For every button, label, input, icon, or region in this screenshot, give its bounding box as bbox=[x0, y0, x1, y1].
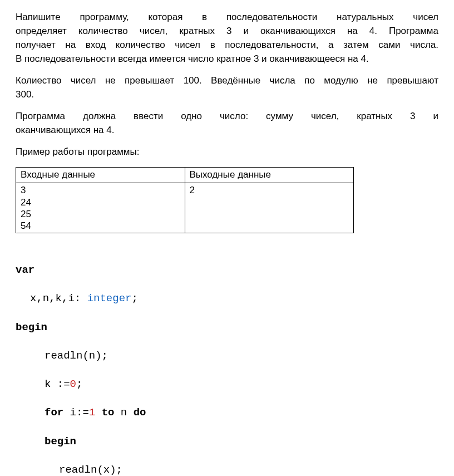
example-table: Входные данные Выходные данные 3 24 25 5… bbox=[16, 167, 354, 233]
header-output: Выходные данные bbox=[185, 168, 354, 183]
input-data: 3 24 25 54 bbox=[21, 184, 180, 232]
problem-paragraph-1-line1: Напишите программу, которая в последоват… bbox=[16, 11, 438, 24]
code-decl-pre: x,n,k,i: bbox=[30, 292, 87, 305]
code-for-num: 1 bbox=[89, 406, 95, 419]
header-input: Входные данные bbox=[16, 168, 185, 183]
code-decl-post: ; bbox=[131, 292, 137, 305]
problem-paragraph-1-line2: определяет количество чисел, кратных 3 и… bbox=[16, 25, 438, 38]
input-data-cell: 3 24 25 54 bbox=[16, 183, 185, 233]
code-decl-type: integer bbox=[87, 292, 132, 305]
problem-paragraph-2-line1: Колиество чисел не превышает 100. Введён… bbox=[16, 75, 438, 87]
output-data-cell: 2 bbox=[185, 183, 354, 233]
table-data-row: 3 24 25 54 2 bbox=[16, 183, 354, 233]
code-for: for bbox=[45, 406, 63, 419]
code-begin-inner: begin bbox=[45, 435, 76, 448]
example-caption: Пример работы программы: bbox=[16, 146, 438, 159]
table-header-row: Входные данные Выходные данные bbox=[16, 168, 354, 183]
code-for-do: do bbox=[134, 406, 146, 419]
problem-paragraph-2-line2: 300. bbox=[16, 89, 438, 101]
code-for-n: n bbox=[114, 406, 133, 419]
code-readln-x: readln(x); bbox=[59, 464, 122, 476]
problem-paragraph-3-line1: Программа должна ввести одно число: сумм… bbox=[16, 110, 438, 123]
problem-paragraph-1-line4: В последовательности всегда имеется числ… bbox=[16, 53, 438, 66]
code-k-assign-post: ; bbox=[76, 378, 82, 390]
code-var: var bbox=[16, 264, 34, 276]
code-block: var x,n,k,i: integer; begin readln(n); k… bbox=[16, 249, 438, 476]
code-for-i: i:= bbox=[63, 406, 89, 419]
code-begin: begin bbox=[16, 321, 47, 333]
code-for-to: to bbox=[95, 406, 114, 419]
code-k-assign-num: 0 bbox=[70, 378, 76, 390]
code-k-assign-pre: k := bbox=[45, 378, 70, 390]
code-readln-n: readln(n); bbox=[45, 350, 108, 362]
output-data: 2 bbox=[190, 184, 349, 197]
problem-paragraph-3-line2: оканчивающихся на 4. bbox=[16, 124, 438, 137]
problem-paragraph-1-line3: получает на вход количество чисел в посл… bbox=[16, 39, 438, 52]
